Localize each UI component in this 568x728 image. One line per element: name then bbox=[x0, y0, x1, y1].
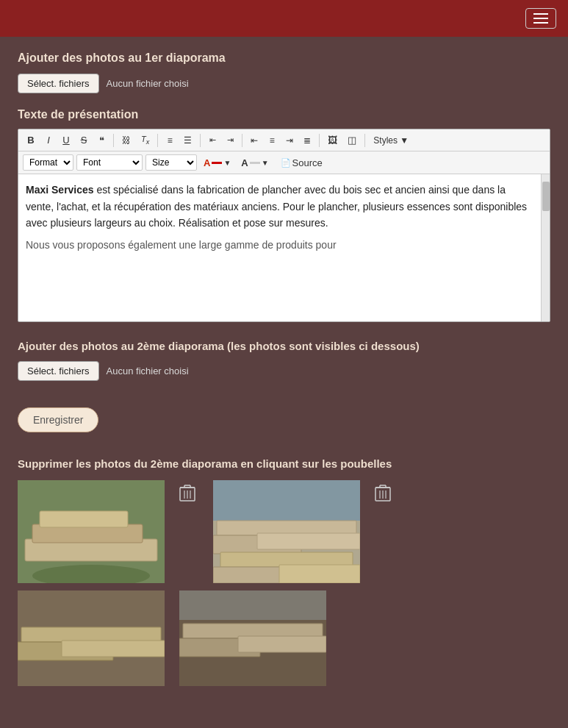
photo-2 bbox=[213, 480, 360, 583]
photo-row-1 bbox=[18, 480, 198, 583]
rich-text-editor: B I U S ❝ ⛓ Tx ≡ ☰ ⇤ ⇥ ⇤ ≡ ⇥ ≣ 🖼 bbox=[18, 129, 550, 322]
no-file-label-1: Aucun fichier choisi bbox=[107, 78, 189, 89]
enregistrer-button[interactable]: Enregistrer bbox=[18, 407, 98, 432]
source-button[interactable]: 📄 Source bbox=[276, 155, 328, 171]
bottom-photo-2 bbox=[179, 590, 326, 686]
file-select-button-2[interactable]: Sélect. fichiers bbox=[18, 361, 99, 381]
enregistrer-container: Enregistrer bbox=[18, 396, 550, 450]
photo-img-2 bbox=[213, 480, 360, 583]
font-color-button[interactable]: A ▼ bbox=[200, 155, 234, 171]
outdent-button[interactable]: ⇤ bbox=[204, 133, 220, 147]
toolbar-sep-6 bbox=[364, 134, 365, 147]
section1-title: Ajouter des photos au 1er diaporama bbox=[18, 51, 550, 65]
toolbar-sep-1 bbox=[113, 134, 114, 147]
align-right-button[interactable]: ⇥ bbox=[281, 133, 298, 148]
font-color-indicator bbox=[212, 162, 222, 164]
photo-1 bbox=[18, 480, 165, 583]
svg-rect-21 bbox=[257, 533, 360, 549]
svg-rect-36 bbox=[62, 640, 165, 657]
strikethrough-button[interactable]: S bbox=[76, 132, 92, 148]
svg-rect-24 bbox=[279, 565, 360, 583]
link-button[interactable]: ⛓ bbox=[118, 133, 135, 148]
align-justify-button[interactable]: ≣ bbox=[299, 133, 315, 148]
size-select[interactable]: Size bbox=[145, 154, 197, 171]
ordered-list-button[interactable]: ≡ bbox=[162, 133, 178, 148]
svg-rect-34 bbox=[21, 627, 161, 642]
font-select[interactable]: Font bbox=[76, 154, 143, 171]
source-label: Source bbox=[292, 157, 323, 168]
toolbar-sep-5 bbox=[319, 134, 320, 147]
trash-button-2[interactable] bbox=[372, 480, 394, 505]
bottom-photo-2-svg bbox=[179, 590, 326, 686]
photos-grid bbox=[18, 480, 550, 583]
photo-img-2-svg bbox=[213, 480, 360, 583]
svg-rect-41 bbox=[238, 636, 326, 652]
editor-toolbar-top: B I U S ❝ ⛓ Tx ≡ ☰ ⇤ ⇥ ⇤ ≡ ⇥ ≣ 🖼 bbox=[18, 129, 550, 151]
underline-button[interactable]: U bbox=[58, 132, 74, 148]
no-file-label-2: Aucun fichier choisi bbox=[107, 365, 189, 377]
editor-paragraph-2: Nous vous proposons également une large … bbox=[26, 237, 533, 253]
file-input-row-1: Sélect. fichiers Aucun fichier choisi bbox=[18, 74, 550, 93]
insert-table-button[interactable]: ◫ bbox=[343, 132, 361, 148]
toolbar-sep-3 bbox=[200, 134, 201, 147]
section2: Ajouter des photos au 2ème diaporama (le… bbox=[18, 340, 550, 381]
photo-row-2 bbox=[213, 480, 394, 583]
texte-presentation-section: Texte de présentation B I U S ❝ ⛓ Tx ≡ ☰… bbox=[18, 108, 550, 322]
indent-button[interactable]: ⇥ bbox=[222, 133, 238, 147]
main-content: Ajouter des photos au 1er diaporama Séle… bbox=[0, 37, 568, 701]
clear-format-button[interactable]: Tx bbox=[137, 132, 154, 148]
trash-icon-2 bbox=[375, 483, 391, 502]
editor-toolbar-bottom: Format Font Size A ▼ A ▼ bbox=[18, 151, 550, 174]
photo-img-1-svg bbox=[18, 480, 165, 583]
svg-rect-38 bbox=[179, 590, 326, 620]
editor-text-area[interactable]: Maxi Services est spécialisé dans la fab… bbox=[18, 174, 541, 321]
bold-button[interactable]: B bbox=[23, 132, 39, 148]
editor-body-wrapper: Maxi Services est spécialisé dans la fab… bbox=[18, 174, 550, 321]
editor-scrollbar[interactable] bbox=[541, 174, 550, 321]
texte-section-title: Texte de présentation bbox=[18, 108, 550, 121]
unordered-list-button[interactable]: ☰ bbox=[179, 133, 196, 148]
insert-image-button[interactable]: 🖼 bbox=[323, 132, 342, 148]
trash-icon-1 bbox=[179, 483, 195, 502]
file-select-button-1[interactable]: Sélect. fichiers bbox=[18, 74, 99, 93]
italic-button[interactable]: I bbox=[40, 132, 57, 148]
scrollbar-thumb bbox=[542, 182, 550, 211]
section2-title: Ajouter des photos au 2ème diaporama (le… bbox=[18, 340, 550, 352]
svg-rect-6 bbox=[40, 511, 128, 527]
editor-paragraph-1: Maxi Services est spécialisé dans la fab… bbox=[26, 182, 533, 231]
photo-img-1 bbox=[18, 480, 165, 583]
hamburger-button[interactable] bbox=[525, 8, 556, 29]
toolbar-sep-2 bbox=[157, 134, 158, 147]
trash-button-1[interactable] bbox=[176, 480, 198, 505]
svg-rect-23 bbox=[213, 567, 287, 583]
section3: Supprimer les photos du 2ème diaporama e… bbox=[18, 457, 550, 686]
top-bar bbox=[0, 0, 568, 37]
toolbar-sep-4 bbox=[242, 134, 242, 147]
bg-color-indicator bbox=[250, 162, 260, 164]
svg-rect-18 bbox=[213, 480, 360, 521]
align-left-button[interactable]: ⇤ bbox=[246, 133, 262, 148]
section1: Ajouter des photos au 1er diaporama Séle… bbox=[18, 51, 550, 93]
section3-title: Supprimer les photos du 2ème diaporama e… bbox=[18, 457, 550, 470]
align-center-button[interactable]: ≡ bbox=[264, 133, 280, 148]
blockquote-button[interactable]: ❝ bbox=[93, 132, 109, 148]
background-color-button[interactable]: A ▼ bbox=[237, 155, 272, 171]
styles-dropdown[interactable]: Styles ▼ bbox=[369, 133, 413, 148]
bottom-photo-1 bbox=[18, 590, 165, 686]
format-select[interactable]: Format bbox=[23, 154, 73, 171]
bottom-photos-row bbox=[18, 590, 550, 686]
bottom-photo-1-svg bbox=[18, 590, 165, 686]
file-input-row-2: Sélect. fichiers Aucun fichier choisi bbox=[18, 361, 550, 381]
